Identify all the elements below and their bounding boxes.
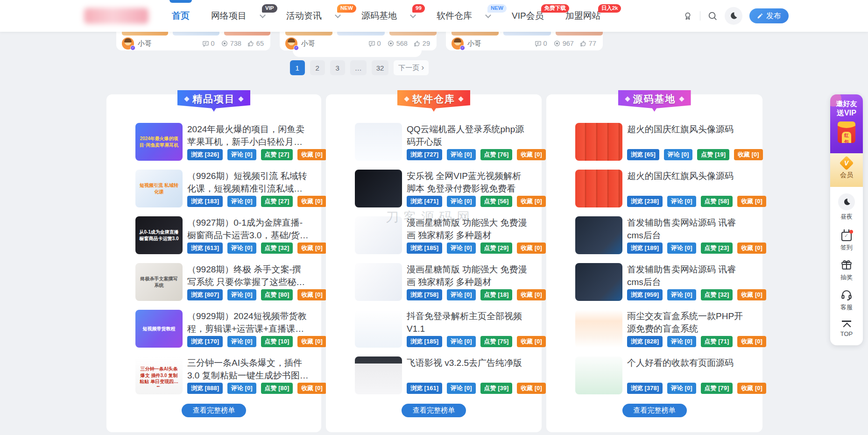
item-thumbnail[interactable]: 从0-1成为金牌直播 橱窗商品卡运营3.0 (135, 216, 183, 254)
item-title[interactable]: 漫画星糖简版 功能强大 免费漫画 独家精彩 多种题材 (407, 216, 529, 242)
list-item[interactable]: 短视频引流 私域转化课 （9926期）短视频引流 私域转化课，短视频精准引流私域… (135, 170, 321, 207)
item-thumbnail[interactable]: 2024年最火爆的项目·闲鱼卖苹果耳机 (135, 123, 183, 161)
back-to-top-button[interactable]: TOP (840, 319, 853, 337)
item-thumbnail[interactable] (355, 263, 402, 301)
view-full-list-button[interactable]: 查看完整榜单 (622, 404, 687, 417)
item-title[interactable]: QQ云端机器人登录系统php源码开心版 (407, 123, 529, 148)
item-title[interactable]: 超火的国庆红旗风头像源码 (627, 170, 750, 182)
item-title[interactable]: （9927期）0-1成为金牌直播-橱窗商品卡运营3.0，基础/货品/场景/话术/… (187, 216, 309, 242)
author-name[interactable]: 小哥 (467, 39, 481, 48)
post-stats: 0 738 65 (202, 40, 264, 47)
list-item[interactable]: 超火的国庆红旗风头像源码 浏览65 评论0 点赞19 收藏0 (575, 123, 762, 161)
page-button[interactable]: 3 (330, 60, 345, 75)
item-thumbnail[interactable] (575, 216, 622, 254)
item-title[interactable]: 首发辅助售卖网站源码 讯睿cms后台 (627, 263, 750, 288)
item-thumbnail[interactable] (575, 310, 622, 348)
author-name[interactable]: 小哥 (301, 39, 315, 48)
view-full-list-button[interactable]: 查看完整榜单 (402, 404, 466, 417)
search-icon (707, 11, 718, 21)
page-button[interactable]: 1 (290, 60, 305, 75)
item-thumbnail[interactable]: 终极杀手文案撰写系统 (135, 263, 183, 301)
list-item[interactable]: 个人好看的收款有页面源码 浏览378 评论0 点赞79 收藏0 (575, 357, 762, 394)
likes-badge: 点赞80 (261, 289, 293, 300)
list-item[interactable]: 雨尘交友盲盒系统一款PHP开源免费的盲盒系统 浏览828 评论0 点赞71 收藏… (575, 310, 762, 348)
nav-item[interactable]: 首页 (172, 0, 190, 32)
author-name[interactable]: 小哥 (138, 39, 152, 48)
site-logo[interactable] (84, 8, 148, 24)
next-page-label: 下一页 (398, 64, 419, 72)
item-thumbnail[interactable]: 短视频带货教程 (135, 310, 183, 348)
item-title[interactable]: （9929期）2024短视频带货教程，剪辑课+运营课+直播课+拍摄课（全套高清.… (187, 310, 309, 335)
item-title[interactable]: （9928期）终极 杀手文案-撰写系统 只要你掌握了这些秘诀 你可以在沙漠里..… (187, 263, 309, 288)
publish-button[interactable]: 发布 (749, 8, 789, 23)
invite-vip-banner[interactable]: 邀好友 送VIP 红包 (830, 94, 863, 153)
post-card-bottom[interactable]: ✓ 小哥 0 568 29 (280, 29, 437, 50)
avatar[interactable]: ✓ (285, 37, 297, 50)
list-item[interactable]: 短视频带货教程 （9929期）2024短视频带货教程，剪辑课+运营课+直播课+拍… (135, 310, 321, 348)
item-title[interactable]: 2024年最火爆的项目，闲鱼卖苹果耳机，新手小白轻松月入2W+简单易上手 (187, 123, 309, 148)
item-thumbnail[interactable]: 短视频引流 私域转化课 (135, 170, 183, 207)
avatar[interactable]: ✓ (452, 37, 464, 50)
item-title[interactable]: 雨尘交友盲盒系统一款PHP开源免费的盲盒系统 (627, 310, 750, 335)
item-thumbnail[interactable] (575, 123, 622, 161)
item-title[interactable]: 三分钟一条AI头条爆文，插件3.0 复制粘贴一键生成抄书图片 单日变现四位数 (187, 357, 309, 382)
item-title[interactable]: 个人好看的收款有页面源码 (627, 357, 750, 369)
customer-service-button[interactable]: 客服 (840, 289, 853, 312)
item-thumbnail[interactable] (355, 357, 402, 394)
nav-item[interactable]: 软件仓库 NEW (437, 0, 490, 32)
item-thumbnail[interactable]: 三分钟一条AI头条爆文 插件3.0 复制粘贴 单日变现四位数 (135, 357, 183, 394)
search-button[interactable] (707, 11, 718, 21)
nav-item[interactable]: VIP会员 免费下载 (512, 0, 544, 32)
item-thumbnail[interactable] (575, 357, 622, 394)
list-item[interactable]: 首发辅助售卖网站源码 讯睿cms后台 浏览959 评论0 点赞32 收藏0 (575, 263, 762, 301)
item-title[interactable]: （9926期）短视频引流 私域转化课，短视频精准引流私域，在私域高效转化... (187, 170, 309, 195)
nav-item[interactable]: 活动资讯 NEW (286, 0, 340, 32)
membership-medal-button[interactable] (683, 11, 693, 21)
list-item[interactable]: 2024年最火爆的项目·闲鱼卖苹果耳机 2024年最火爆的项目，闲鱼卖苹果耳机，… (135, 123, 321, 161)
list-item[interactable]: 首发辅助售卖网站源码 讯睿cms后台 浏览189 评论0 点赞23 收藏0 (575, 216, 762, 254)
item-thumbnail[interactable] (575, 263, 622, 301)
view-full-list-button[interactable]: 查看完整榜单 (182, 404, 246, 417)
item-title[interactable]: 首发辅助售卖网站源码 讯睿cms后台 (627, 216, 750, 242)
comments-badge: 评论0 (664, 149, 693, 160)
nav-item[interactable]: 加盟网站 日入2k (565, 0, 601, 32)
list-item[interactable]: 抖音免登录解析主页全部视频V1.1 浏览185 评论0 点赞75 收藏0 (355, 310, 542, 348)
likes-badge: 点赞79 (701, 383, 733, 394)
item-title[interactable]: 抖音免登录解析主页全部视频V1.1 (407, 310, 529, 335)
post-card-bottom[interactable]: ✓ 小哥 0 967 77 (446, 29, 603, 50)
nav-item[interactable]: 网络项目 VIP (211, 0, 265, 32)
list-item[interactable]: QQ云端机器人登录系统php源码开心版 浏览727 评论0 点赞76 收藏0 (355, 123, 542, 161)
page-button[interactable]: … (350, 60, 367, 75)
avatar[interactable]: ✓ (122, 37, 134, 50)
item-thumbnail[interactable] (575, 170, 622, 207)
dark-mode-toggle[interactable] (725, 7, 742, 25)
list-item[interactable]: 漫画星糖简版 功能强大 免费漫画 独家精彩 多种题材 浏览758 评论0 点赞1… (355, 263, 542, 301)
item-thumbnail[interactable] (355, 123, 402, 161)
item-title[interactable]: 飞语影视 v3.2.5去广告纯净版 (407, 357, 529, 369)
list-item[interactable]: 超火的国庆红旗风头像源码 浏览238 评论0 点赞58 收藏0 (575, 170, 762, 207)
panel-bottom-remnant (293, 50, 422, 57)
item-thumbnail[interactable] (355, 216, 402, 254)
item-thumbnail[interactable] (355, 310, 402, 348)
item-thumbnail[interactable] (355, 170, 402, 207)
list-item[interactable]: 安乐视 全网VIP蓝光视频解析脚本 免登录付费影视免费看 浏览471 评论0 点… (355, 170, 542, 207)
red-packet-button[interactable]: 红包 (838, 121, 855, 143)
list-item[interactable]: 从0-1成为金牌直播 橱窗商品卡运营3.0 （9927期）0-1成为金牌直播-橱… (135, 216, 321, 254)
list-item[interactable]: 终极杀手文案撰写系统 （9928期）终极 杀手文案-撰写系统 只要你掌握了这些秘… (135, 263, 321, 301)
nav-item[interactable]: 源码基地 99 (361, 0, 415, 32)
list-item[interactable]: 三分钟一条AI头条爆文 插件3.0 复制粘贴 单日变现四位数 三分钟一条AI头条… (135, 357, 321, 394)
ribbon-header: 源码基地 (618, 90, 691, 112)
check-in-button[interactable]: 签到 (840, 228, 853, 252)
item-title[interactable]: 漫画星糖简版 功能强大 免费漫画 独家精彩 多种题材 (407, 263, 529, 288)
page-button[interactable]: 2 (310, 60, 325, 75)
next-page-button[interactable]: 下一页 › (394, 60, 429, 75)
post-card-bottom[interactable]: ✓ 小哥 0 738 65 (116, 29, 270, 50)
day-night-toggle[interactable]: 昼夜 (838, 193, 855, 221)
item-title[interactable]: 超火的国庆红旗风头像源码 (627, 123, 750, 135)
lottery-button[interactable]: 抽奖 (840, 259, 853, 282)
vip-member-entry[interactable]: V 会员 (830, 153, 863, 187)
list-item[interactable]: 飞语影视 v3.2.5去广告纯净版 浏览161 评论0 点赞39 收藏0 (355, 357, 542, 394)
item-title[interactable]: 安乐视 全网VIP蓝光视频解析脚本 免登录付费影视免费看 (407, 170, 529, 195)
page-button[interactable]: 32 (372, 60, 389, 75)
list-item[interactable]: 漫画星糖简版 功能强大 免费漫画 独家精彩 多种题材 浏览185 评论0 点赞2… (355, 216, 542, 254)
